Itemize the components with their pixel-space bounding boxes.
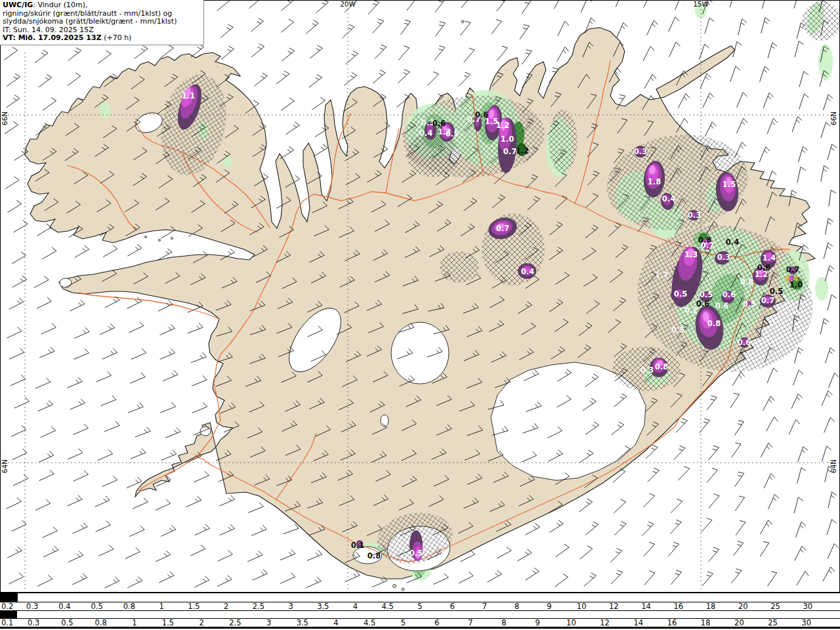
colorbar-tick-label: 20 [738,602,748,611]
precip-value-label: 0.3 [634,147,647,156]
colorbar-tick-label: 12 [600,618,610,627]
title-line-3: slydda/snjókoma (grátt/bleikt/grænt - mm… [3,18,201,26]
colorbar-tick-label: 4.5 [382,602,394,611]
colorbar-tick-label: 9 [536,618,540,627]
colorbar-tick-label: 12 [609,602,619,611]
parallel-label: 64N [830,459,837,473]
colorbar-tick-label: 16 [674,602,684,611]
meridian-label: 20W [340,0,356,8]
colorbar-tick-label: 5 [401,618,406,627]
precip-value-label: 0.8 [707,319,721,328]
colorbar-tick-label: 10 [577,602,587,611]
colorbar-tick-label: 2.5 [253,602,264,611]
parallel-label: 66N [830,112,837,125]
precip-value-label: 0.4 [662,194,675,203]
colorbar-rain [0,610,840,619]
colorbar-tick-label: 6 [450,602,455,611]
green-precip-area [818,44,833,81]
colorbar-tick-label: 8 [501,618,506,627]
bottom-border [0,627,840,629]
weather-map-page: 20W15W66N66N64N64N1.10.30.40.61.20.50.70… [0,0,840,630]
precip-value-label: 0.6 [723,290,736,299]
colorbar-tick-label: 16 [667,618,677,627]
colorbar-legends: 0.20.30.40.50.811.522.533.544.5567891012… [0,593,840,629]
weather-map: 20W15W66N66N64N64N1.10.30.40.61.20.50.70… [0,0,840,593]
glacier [381,415,388,427]
colorbar-tick-label: 1.5 [162,618,174,627]
product-code: UWC/IG [3,1,33,9]
colorbar-tick-label: 0.3 [26,602,38,611]
precip-value-label: 0.6 [715,301,728,310]
island [461,20,464,23]
precip-value-label: 1.4 [763,253,776,262]
colorbar-tick-label: 18 [701,618,711,627]
precip-value-label: 1.0 [789,280,803,289]
precip-value-label: 0.7 [503,147,516,156]
precip-value-label: 0.7 [496,224,509,233]
title-line-5: VT: Mið. 17.09.2025 13Z (+70 h) [3,34,201,43]
colorbar-tick-label: 0.3 [28,618,39,627]
colorbar-tick-label: 0.4 [58,602,70,611]
precip-value-label: 1.2 [755,270,768,279]
precip-value-label: 0.3 [688,211,701,220]
precip-value-label: 0.5 [671,326,684,335]
precip-value-label: 0.7 [786,265,799,274]
glacier [391,322,449,384]
colorbar-tick-label: 25 [770,602,780,611]
colorbar-tick-label: 1 [132,618,136,627]
glacier [200,427,211,436]
colorbar-tick-label: 0.8 [123,602,135,611]
map-title-box: UWC/IG: Vindur (10m), rigning/skúrir (gr… [0,0,204,45]
island [159,240,161,242]
precip-value-label: 1.2 [496,121,509,130]
title-line-1: UWC/IG: Vindur (10m), [3,1,201,10]
colorbar-tick-label: 8 [514,602,519,611]
parallel-label: 66N [1,112,9,125]
precip-value-label: 0.5 [770,287,783,296]
precip-value-label: 1.1 [182,91,195,100]
shower-hatch-area [549,110,578,173]
precip-value-label: 0.5 [674,289,687,299]
colorbar-cell [17,593,18,602]
precip-value-label: 0.6 [432,119,446,128]
colorbar-tick-label: 4 [333,618,338,627]
precip-value-label: 1.2 [516,146,529,156]
colorbar-sleet-snow [0,593,840,602]
precip-value-label: 0.8 [655,362,668,371]
colorbar-tick-label: 1 [159,602,163,611]
colorbar-tick-label: 30 [803,602,812,611]
precip-value-label: 0.5 [743,299,756,308]
colorbar-tick-label: 20 [734,618,744,627]
precip-value-label: 0.5 [700,290,713,299]
parallel-label: 64N [1,459,9,473]
colorbar-tick-label: 5 [417,602,422,611]
colorbar-tick-label: 3 [266,618,271,627]
precip-value-label: 0.3 [640,366,654,375]
colorbar-tick-label: 0.8 [94,618,106,627]
colorbar-tick-label: 30 [801,618,811,627]
precip-value-label: 0.2 [684,306,698,315]
colorbar-tick-label: 4.5 [364,618,375,627]
colorbar-tick-label: 4 [353,602,358,611]
meridian-label: 15W [693,0,709,8]
green-precip-area [815,277,828,301]
colorbar-tick-label: 14 [641,602,651,611]
precip-value-label: 1.8 [648,177,661,186]
precip-value-label: 0.4 [419,129,432,138]
colorbar-tick-label: 6 [434,618,439,627]
precip-value-label: 0.8 [740,278,753,287]
valid-time: VT: Mið. 17.09.2025 13Z [3,33,102,42]
colorbar-tick-label: 7 [468,618,472,627]
island [145,236,147,238]
precip-value-label: 0.7 [761,296,774,305]
precip-value-label: 1.3 [684,250,698,259]
precip-value-label: 0.7 [701,241,714,250]
precip-value-label: 0.3 [717,253,730,262]
colorbar-tick-label: 10 [566,618,576,627]
precip-value-label: 0.4 [521,267,534,276]
precip-value-label: 0.5 [410,549,423,558]
colorbar-tick-label: 3.5 [297,618,308,627]
island [393,585,396,588]
precip-value-label: 0.6 [696,299,709,308]
colorbar-tick-label: 7 [482,602,487,611]
